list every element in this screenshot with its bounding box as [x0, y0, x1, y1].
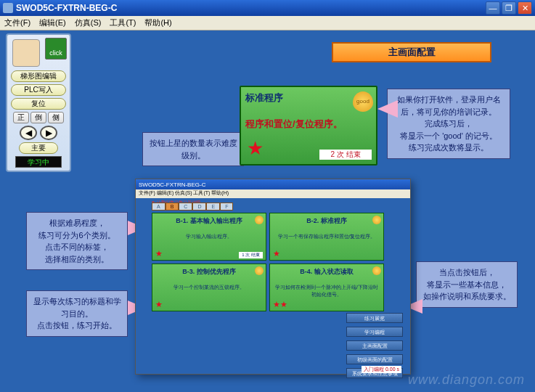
inner-window: SWOD5C-FXTRN-BEG-C 文件(F) 编辑(E) 仿真(S) 工具(… [135, 179, 411, 375]
inner-body: B: 让我们学习学习基础吧 A B C D E F B-1. 基本输入输出程序 … [136, 198, 410, 375]
program-panel[interactable]: 标准程序 程序和置位/复位程序。 good ★ 2 次 结束 [240, 86, 377, 166]
inner-btn-4[interactable]: 初级画面的配置 [346, 354, 403, 364]
titlebar: SWOD5C-FXTRN-BEG-C — ❐ ✕ [0, 0, 535, 16]
star-icon: ★ [155, 300, 163, 309]
lesson-title: B-2. 标准程序 [273, 216, 380, 226]
good-badge-icon [255, 266, 264, 275]
lesson-card[interactable]: B-3. 控制优先程序 学习一个控制某流的互锁程序。 ★ [152, 264, 266, 311]
tab-e[interactable]: E [206, 203, 220, 211]
lesson-count: 1 次 结束 [239, 252, 263, 258]
menubar: 文件(F) 编辑(E) 仿真(S) 工具(T) 帮助(H) [0, 16, 535, 30]
maximize-button[interactable]: ❐ [502, 1, 516, 15]
main-button[interactable]: 主要 [19, 142, 58, 154]
lesson-card[interactable]: B-2. 标准程序 学习一个有保存输出程序和置位/复位程序。 ★ [269, 213, 384, 261]
menu-sim[interactable]: 仿真(S) [75, 17, 102, 28]
inner-menubar: 文件(F) 编辑(E) 仿真(S) 工具(T) 帮助(H) [136, 189, 410, 198]
callout-categories: 根据难易程度， 练习可分为6个类别。 点击不同的标签， 选择相应的类别。 [26, 212, 128, 270]
callout-after-click: 当点击按钮后， 将显示一些基本信息， 如操作说明和系统要求。 [416, 261, 518, 308]
menu-edit[interactable]: 编辑(E) [39, 17, 66, 28]
good-badge-icon [255, 216, 264, 224]
star-icon: ★★ [273, 300, 287, 309]
good-badge-icon [372, 216, 381, 224]
tab-a[interactable]: A [152, 203, 166, 211]
prev-arrow-button[interactable]: ◀ [20, 126, 37, 140]
lesson-text: 学习一个有保存输出程序和置位/复位程序。 [273, 233, 380, 240]
lesson-grid: B-1. 基本输入输出程序 学习输入/输出程序。 ★ 1 次 结束 B-2. 标… [152, 213, 384, 311]
menu-file[interactable]: 文件(F) [4, 17, 30, 28]
inner-titlebar: SWOD5C-FXTRN-BEG-C [136, 179, 410, 189]
close-button[interactable]: ✕ [518, 1, 532, 15]
toolbox: click 梯形图编辑 PLC写入 复位 正 倒 侧 ◀ ▶ 主要 学习中 [6, 33, 71, 172]
ladder-edit-button[interactable]: 梯形图编辑 [11, 70, 66, 82]
lesson-title: B-1. 基本输入输出程序 [155, 216, 263, 226]
arrow-row: ◀ ▶ [10, 126, 67, 140]
inner-btn-2[interactable]: 学习编程 [346, 327, 403, 337]
lesson-title: B-3. 控制优先程序 [155, 267, 263, 277]
view-buttons-row: 正 倒 侧 [10, 112, 67, 123]
avatar-icon [12, 39, 40, 67]
result-count: 2 次 结束 [319, 150, 372, 160]
reset-button[interactable]: 复位 [11, 98, 66, 110]
lesson-card[interactable]: B-1. 基本输入输出程序 学习输入/输出程序。 ★ 1 次 结束 [152, 213, 266, 261]
click-indicator: click [45, 38, 67, 60]
tab-c[interactable]: C [179, 203, 192, 211]
menu-help[interactable]: 帮助(H) [144, 17, 171, 28]
minimize-button[interactable]: — [486, 1, 500, 15]
next-arrow-button[interactable]: ▶ [40, 126, 57, 140]
app-icon [3, 3, 13, 13]
plc-write-button[interactable]: PLC写入 [11, 84, 66, 96]
tab-f[interactable]: F [220, 203, 233, 211]
inner-btn-1[interactable]: 练习展览 [346, 313, 403, 323]
callout-right-info: 如果你打开软件，登录用户名后，将可见你的培训记录。 完成练习后， 将显示一个 '… [387, 89, 510, 159]
program-subtitle: 程序和置位/复位程序。 [245, 118, 372, 131]
lesson-text: 学习一个控制某流的互锁程序。 [155, 284, 263, 291]
callout-titles: 显示每次练习的标题和学习目的。 点击按钮，练习开始。 [26, 290, 128, 337]
lesson-title: B-4. 输入状态读取 [273, 267, 380, 277]
view-back-button[interactable]: 倒 [30, 112, 46, 123]
inner-tabs: A B C D E F [152, 203, 233, 211]
inner-footer: 入门编程 0.00 s [362, 366, 401, 373]
window-title: SWOD5C-FXTRN-BEG-C [16, 3, 486, 13]
pointer-icon [377, 100, 398, 118]
learning-status: 学习中 [15, 156, 62, 168]
main-config-header: 主画面配置 [332, 42, 491, 62]
tab-b[interactable]: B [166, 203, 179, 211]
star-icon: ★ [273, 249, 280, 258]
lesson-text: 学习如何在检测到一个脉冲的上开端/下降沿时初始化信号。 [273, 284, 380, 298]
lesson-text: 学习输入/输出程序。 [155, 233, 263, 240]
view-front-button[interactable]: 正 [13, 112, 29, 123]
main-canvas: click 梯形图编辑 PLC写入 复位 正 倒 侧 ◀ ▶ 主要 学习中 主画… [0, 30, 535, 392]
star-icon: ★ [155, 249, 163, 258]
watermark: www.diangon.com [408, 372, 525, 388]
good-badge-icon [372, 266, 381, 275]
good-badge-icon: good [353, 91, 373, 112]
star-icon: ★ [247, 137, 264, 160]
view-side-button[interactable]: 侧 [48, 112, 64, 123]
callout-star-meaning: 按钮上星的数量表示难度级别。 [142, 132, 244, 166]
window-controls: — ❐ ✕ [486, 1, 532, 15]
inner-window-title: SWOD5C-FXTRN-BEG-C [139, 181, 205, 188]
tab-d[interactable]: D [192, 203, 206, 211]
inner-btn-3[interactable]: 主画面配置 [346, 340, 403, 351]
menu-tools[interactable]: 工具(T) [110, 17, 136, 28]
lesson-card[interactable]: B-4. 输入状态读取 学习如何在检测到一个脉冲的上开端/下降沿时初始化信号。 … [269, 264, 384, 311]
